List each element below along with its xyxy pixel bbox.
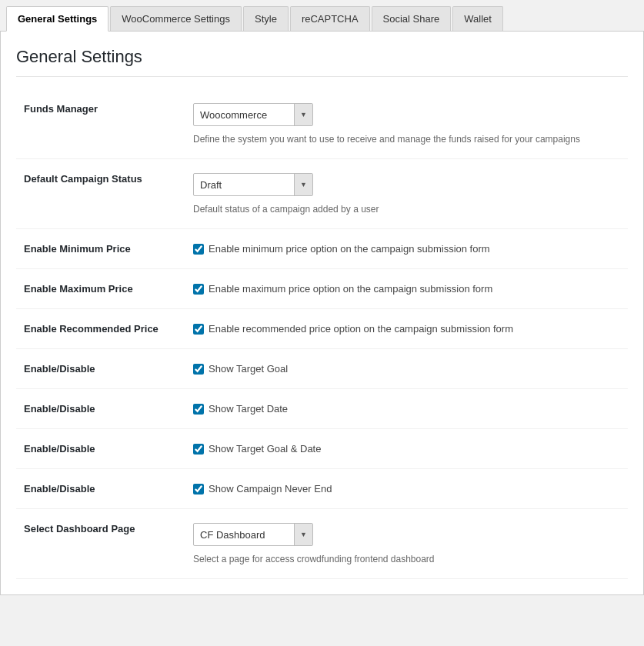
default-campaign-status-select-wrapper: Draft Pending Published	[193, 173, 313, 196]
funds-manager-label: Funds Manager	[16, 89, 185, 159]
show-target-goal-date-value: Show Target Goal & Date	[185, 429, 628, 469]
tab-general-settings[interactable]: General Settings	[6, 6, 108, 32]
show-target-goal-label: Enable/Disable	[16, 349, 185, 389]
table-row: Select Dashboard Page CF Dashboard Selec…	[16, 509, 628, 579]
show-campaign-never-end-text: Show Campaign Never End	[209, 483, 332, 494]
table-row: Funds Manager Woocommerce Define the sys…	[16, 89, 628, 159]
settings-table: Funds Manager Woocommerce Define the sys…	[16, 89, 628, 579]
enable-minimum-price-text: Enable minimum price option on the campa…	[209, 243, 490, 255]
tab-social-share[interactable]: Social Share	[372, 6, 452, 31]
show-target-date-text: Show Target Date	[209, 403, 288, 415]
show-target-goal-row: Show Target Goal	[193, 363, 620, 375]
table-row: Enable/Disable Show Target Date	[16, 389, 628, 429]
tabs-bar: General Settings WooCommerce Settings St…	[0, 0, 644, 32]
enable-minimum-price-label: Enable Minimum Price	[16, 229, 185, 269]
main-content: General Settings Funds Manager Woocommer…	[0, 32, 644, 595]
enable-recommended-price-text: Enable recommended price option on the c…	[209, 323, 513, 335]
enable-minimum-price-row: Enable minimum price option on the campa…	[193, 243, 620, 255]
show-target-goal-date-checkbox[interactable]	[193, 444, 204, 455]
show-target-goal-date-label: Enable/Disable	[16, 429, 185, 469]
default-campaign-status-arrow	[294, 174, 312, 195]
table-row: Enable/Disable Show Campaign Never End	[16, 469, 628, 509]
funds-manager-value: Woocommerce Define the system you want t…	[185, 89, 628, 159]
funds-manager-help: Define the system you want to use to rec…	[193, 134, 620, 145]
enable-maximum-price-label: Enable Maximum Price	[16, 269, 185, 309]
enable-maximum-price-row: Enable maximum price option on the campa…	[193, 283, 620, 295]
tab-woocommerce-settings[interactable]: WooCommerce Settings	[110, 6, 242, 31]
tab-wallet[interactable]: Wallet	[452, 6, 503, 31]
show-target-goal-value: Show Target Goal	[185, 349, 628, 389]
enable-recommended-price-value: Enable recommended price option on the c…	[185, 309, 628, 349]
select-dashboard-page-arrow	[294, 524, 312, 545]
enable-recommended-price-row: Enable recommended price option on the c…	[193, 323, 620, 335]
enable-recommended-price-label: Enable Recommended Price	[16, 309, 185, 349]
default-campaign-status-label: Default Campaign Status	[16, 159, 185, 229]
show-campaign-never-end-checkbox[interactable]	[193, 484, 204, 494]
show-target-goal-date-text: Show Target Goal & Date	[209, 443, 321, 455]
select-dashboard-page-label: Select Dashboard Page	[16, 509, 185, 579]
table-row: Enable/Disable Show Target Goal	[16, 349, 628, 389]
select-dashboard-page-help: Select a page for access crowdfunding fr…	[193, 554, 620, 564]
select-dashboard-page-select[interactable]: CF Dashboard	[194, 525, 294, 544]
tab-recaptcha[interactable]: reCAPTCHA	[290, 6, 370, 31]
funds-manager-arrow	[294, 104, 312, 125]
table-row: Default Campaign Status Draft Pending Pu…	[16, 159, 628, 229]
show-target-date-label: Enable/Disable	[16, 389, 185, 429]
show-campaign-never-end-value: Show Campaign Never End	[185, 469, 628, 509]
page-title: General Settings	[16, 47, 628, 77]
enable-maximum-price-text: Enable maximum price option on the campa…	[209, 283, 492, 295]
enable-minimum-price-checkbox[interactable]	[193, 244, 204, 255]
show-campaign-never-end-label: Enable/Disable	[16, 469, 185, 509]
tab-style[interactable]: Style	[243, 6, 289, 31]
default-campaign-status-value: Draft Pending Published Default status o…	[185, 159, 628, 229]
enable-maximum-price-value: Enable maximum price option on the campa…	[185, 269, 628, 309]
show-target-goal-checkbox[interactable]	[193, 364, 204, 375]
enable-recommended-price-checkbox[interactable]	[193, 324, 204, 335]
select-dashboard-page-value: CF Dashboard Select a page for access cr…	[185, 509, 628, 579]
show-target-date-row: Show Target Date	[193, 403, 620, 415]
table-row: Enable/Disable Show Target Goal & Date	[16, 429, 628, 469]
show-target-date-checkbox[interactable]	[193, 404, 204, 415]
page-wrapper: General Settings WooCommerce Settings St…	[0, 0, 644, 646]
table-row: Enable Minimum Price Enable minimum pric…	[16, 229, 628, 269]
table-row: Enable Maximum Price Enable maximum pric…	[16, 269, 628, 309]
enable-maximum-price-checkbox[interactable]	[193, 284, 204, 295]
show-target-goal-text: Show Target Goal	[209, 363, 288, 375]
funds-manager-select[interactable]: Woocommerce	[194, 105, 294, 125]
show-target-date-value: Show Target Date	[185, 389, 628, 429]
default-campaign-status-help: Default status of a campaign added by a …	[193, 204, 620, 215]
show-target-goal-date-row: Show Target Goal & Date	[193, 443, 620, 455]
select-dashboard-page-select-wrapper: CF Dashboard	[193, 523, 313, 546]
funds-manager-select-wrapper: Woocommerce	[193, 103, 313, 126]
enable-minimum-price-value: Enable minimum price option on the campa…	[185, 229, 628, 269]
default-campaign-status-select[interactable]: Draft Pending Published	[194, 175, 294, 195]
show-campaign-never-end-row: Show Campaign Never End	[193, 483, 620, 494]
table-row: Enable Recommended Price Enable recommen…	[16, 309, 628, 349]
